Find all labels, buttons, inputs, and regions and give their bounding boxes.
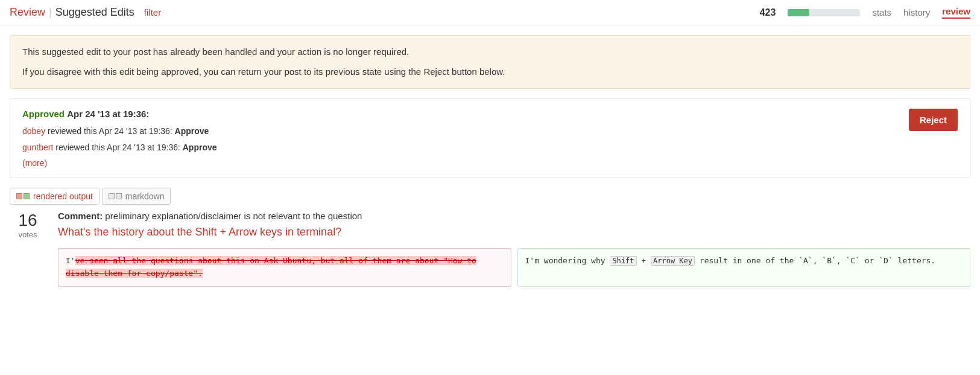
post-area: 16 votes Comment: preliminary explanatio… bbox=[10, 211, 970, 287]
reviewer1-text: reviewed this Apr 24 '13 at 19:36: bbox=[45, 126, 174, 136]
post-title: What's the history about the Shift + Arr… bbox=[58, 225, 970, 240]
progress-count: 423 bbox=[760, 7, 776, 18]
post-comment: Comment: preliminary explanation/disclai… bbox=[58, 211, 970, 221]
review-line-1: dobey reviewed this Apr 24 '13 at 19:36:… bbox=[22, 125, 897, 138]
arrowkey-kbd: Arrow Key bbox=[651, 256, 695, 266]
approved-date: Apr 24 '13 at 19:36: bbox=[67, 109, 149, 119]
reviewer2-name[interactable]: guntbert bbox=[22, 143, 53, 152]
vote-label: votes bbox=[10, 230, 46, 239]
more-link[interactable]: (more) bbox=[22, 158, 47, 168]
diff-area: I've seen all the questions about this o… bbox=[58, 248, 970, 287]
notification-banner: This suggested edit to your post has alr… bbox=[10, 35, 970, 89]
icon-square-2 bbox=[116, 193, 122, 199]
icon-square-1 bbox=[109, 193, 115, 199]
post-content: Comment: preliminary explanation/disclai… bbox=[58, 211, 970, 287]
reviewer2-action: Approve bbox=[183, 143, 217, 152]
reject-button[interactable]: Reject bbox=[909, 109, 958, 131]
approved-label: Approved bbox=[22, 109, 65, 119]
icon-square-red bbox=[16, 193, 22, 199]
review-nav-link[interactable]: review bbox=[942, 6, 970, 19]
progress-bar bbox=[788, 9, 860, 16]
comment-label: Comment: bbox=[58, 211, 103, 221]
stats-nav-link[interactable]: stats bbox=[872, 7, 891, 18]
review-card-content: Approved Apr 24 '13 at 19:36: dobey revi… bbox=[22, 109, 897, 168]
header-right: 423 stats history review bbox=[760, 6, 970, 19]
comment-text: preliminary explanation/disclaimer is no… bbox=[103, 211, 362, 221]
diff-old: I've seen all the questions about this o… bbox=[58, 248, 511, 287]
markdown-icon bbox=[109, 193, 122, 199]
notification-line1: This suggested edit to your post has alr… bbox=[22, 45, 958, 59]
rendered-output-icon bbox=[16, 193, 30, 199]
page-title: Suggested Edits bbox=[55, 6, 134, 19]
reviewer1-action: Approve bbox=[175, 126, 209, 136]
diff-new-suffix: result in one of the `A`, `B`, `C` or `D… bbox=[695, 256, 935, 265]
reviewer2-text: reviewed this Apr 24 '13 at 19:36: bbox=[53, 143, 182, 152]
deleted-text: ve seen all the questions about this on … bbox=[66, 256, 476, 278]
vote-count: 16 votes bbox=[10, 211, 46, 287]
review-link[interactable]: Review bbox=[10, 6, 45, 19]
review-line-2: guntbert reviewed this Apr 24 '13 at 19:… bbox=[22, 141, 897, 154]
tab-markdown-label: markdown bbox=[125, 191, 165, 201]
separator: | bbox=[49, 6, 52, 19]
vote-number: 16 bbox=[10, 211, 46, 230]
header-left: Review | Suggested Edits filter bbox=[10, 6, 161, 19]
diff-new-prefix: wondering why bbox=[539, 256, 610, 265]
notification-line2: If you disagree with this edit being app… bbox=[22, 65, 958, 79]
diff-new-plus: + bbox=[637, 256, 651, 265]
review-card: Approved Apr 24 '13 at 19:36: dobey revi… bbox=[10, 98, 970, 178]
view-tabs: rendered output markdown bbox=[10, 188, 970, 205]
diff-new: I'm wondering why Shift + Arrow Key resu… bbox=[517, 248, 971, 287]
history-nav-link[interactable]: history bbox=[903, 7, 930, 18]
tab-rendered-output-label: rendered output bbox=[33, 191, 93, 201]
shift-kbd: Shift bbox=[610, 256, 636, 266]
reviewer1-name[interactable]: dobey bbox=[22, 126, 45, 136]
tab-rendered-output[interactable]: rendered output bbox=[10, 188, 100, 205]
tab-markdown[interactable]: markdown bbox=[102, 188, 171, 205]
icon-square-green bbox=[24, 193, 30, 199]
header: Review | Suggested Edits filter 423 stat… bbox=[0, 0, 980, 25]
approved-header: Approved Apr 24 '13 at 19:36: bbox=[22, 109, 897, 119]
progress-bar-fill bbox=[788, 9, 809, 16]
filter-link[interactable]: filter bbox=[144, 7, 161, 18]
